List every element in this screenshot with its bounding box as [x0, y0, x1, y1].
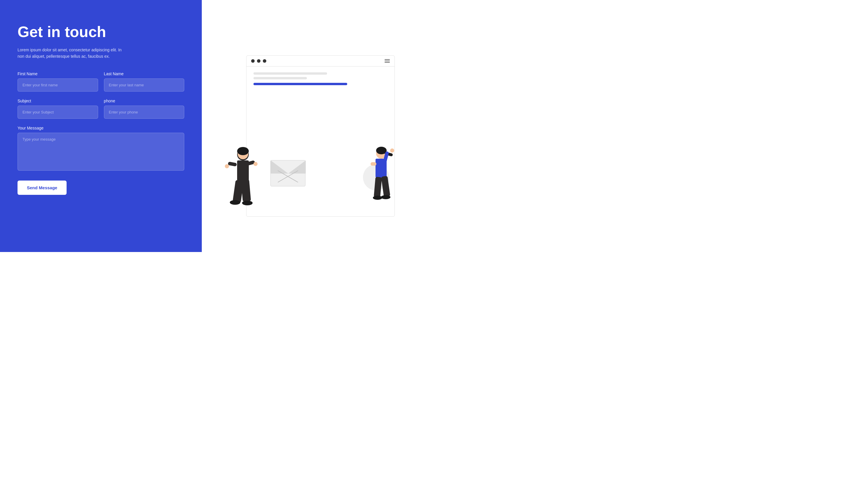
last-name-input[interactable]: [104, 78, 185, 92]
content-line-2: [254, 77, 307, 79]
person-right: [365, 145, 400, 206]
svg-rect-19: [374, 177, 382, 198]
content-line-highlight: [254, 83, 347, 85]
svg-point-22: [381, 195, 391, 199]
svg-rect-20: [381, 176, 391, 197]
first-name-group: First Name: [18, 71, 98, 92]
menu-line-3: [384, 62, 390, 63]
name-row: First Name Last Name: [18, 71, 184, 92]
svg-rect-2: [228, 162, 237, 166]
svg-point-11: [254, 162, 258, 166]
menu-line-1: [384, 59, 390, 60]
last-name-group: Last Name: [104, 71, 185, 92]
svg-point-21: [373, 196, 382, 200]
browser-content: [246, 67, 395, 91]
svg-point-10: [225, 164, 229, 168]
phone-input[interactable]: [104, 106, 185, 119]
svg-point-9: [237, 147, 249, 155]
envelope-x: [276, 168, 299, 184]
svg-point-7: [242, 201, 253, 205]
message-label: Your Message: [18, 126, 184, 130]
envelope-icon: [270, 160, 306, 186]
last-name-label: Last Name: [104, 71, 185, 76]
envelope-container: [270, 160, 306, 186]
hamburger-icon: [384, 59, 390, 63]
subject-group: Subject: [18, 98, 98, 119]
phone-label: phone: [104, 98, 185, 103]
person-left: [218, 146, 265, 211]
browser-dots: [251, 59, 266, 63]
message-group: Your Message: [18, 126, 184, 170]
page-title: Get in touch: [18, 23, 184, 41]
subject-label: Subject: [18, 98, 98, 103]
send-message-button[interactable]: Send Message: [18, 181, 67, 195]
svg-rect-17: [371, 162, 376, 166]
contact-form: First Name Last Name Subject phone Your …: [18, 71, 184, 195]
menu-line-2: [384, 61, 390, 61]
right-panel: [202, 0, 420, 252]
subject-input[interactable]: [18, 106, 98, 119]
illustration: [218, 25, 404, 227]
first-name-label: First Name: [18, 71, 98, 76]
message-textarea[interactable]: [18, 133, 184, 170]
content-line-1: [254, 72, 327, 75]
browser-toolbar: [246, 56, 395, 67]
first-name-input[interactable]: [18, 78, 98, 92]
dot-1: [251, 59, 255, 63]
svg-point-18: [390, 148, 394, 152]
left-panel: Get in touch Lorem ipsum dolor sit amet,…: [0, 0, 202, 252]
dot-2: [257, 59, 260, 63]
dot-3: [263, 59, 266, 63]
phone-group: phone: [104, 98, 185, 119]
page-description: Lorem ipsum dolor sit amet, consectetur …: [18, 47, 128, 60]
svg-rect-5: [241, 179, 251, 202]
svg-point-6: [230, 200, 240, 205]
subject-phone-row: Subject phone: [18, 98, 184, 119]
